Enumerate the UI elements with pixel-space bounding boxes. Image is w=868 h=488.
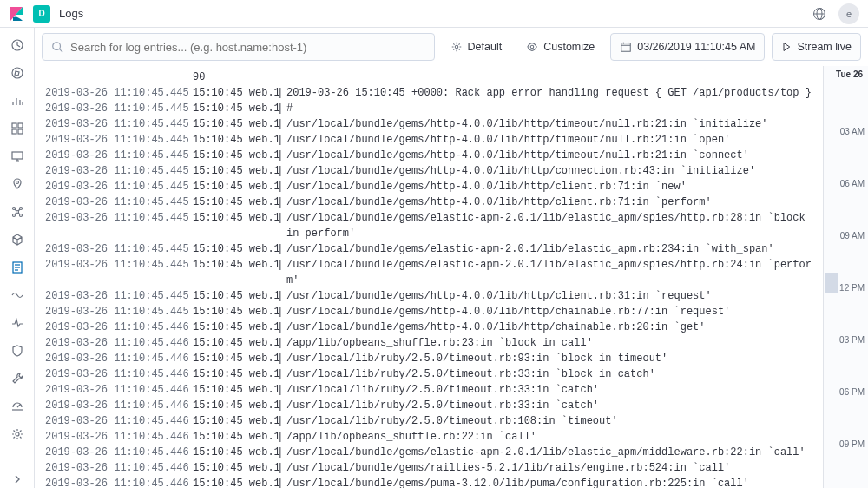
svg-rect-25 bbox=[621, 43, 631, 52]
log-message: /app/lib/opbeans_shuffle.rb:22:in `call' bbox=[286, 429, 812, 445]
log-timestamp: 2019-03-26 11:10:45.446 bbox=[45, 413, 193, 429]
log-message: /app/lib/opbeans_shuffle.rb:23:in `block… bbox=[286, 335, 812, 351]
avatar[interactable]: e bbox=[838, 3, 859, 24]
newsfeed-icon[interactable] bbox=[809, 3, 830, 24]
log-row[interactable]: 2019-03-26 11:10:45.44615:10:45 web.1 | … bbox=[45, 445, 812, 460]
log-message: /usr/local/bundle/gems/elastic-apm-2.0.1… bbox=[286, 210, 812, 241]
log-row[interactable]: 2019-03-26 11:10:45.44615:10:45 web.1 | … bbox=[45, 366, 812, 382]
log-row[interactable]: 2019-03-26 11:10:45.44615:10:45 web.1 | … bbox=[45, 335, 812, 351]
log-message: /usr/local/bundle/gems/elastic-apm-2.0.1… bbox=[286, 445, 812, 460]
minimap-day-label: Tue 26 bbox=[836, 69, 863, 79]
log-message: /usr/local/bundle/gems/elastic-apm-2.0.1… bbox=[286, 257, 812, 288]
log-pipe: | bbox=[271, 351, 286, 366]
log-row[interactable]: 2019-03-26 11:10:45.44615:10:45 web.1 | … bbox=[45, 351, 812, 366]
log-row[interactable]: 2019-03-26 11:10:45.44515:10:45 web.1 | … bbox=[45, 116, 812, 132]
nav-management-icon[interactable] bbox=[9, 425, 26, 443]
kibana-logo-icon[interactable] bbox=[9, 6, 24, 22]
log-timestamp: 2019-03-26 11:10:45.446 bbox=[45, 382, 193, 398]
log-source: 15:10:45 web.1 bbox=[193, 210, 271, 241]
datetime-picker[interactable]: 03/26/2019 11:10:45 AM bbox=[610, 33, 765, 61]
nav-recent-icon[interactable] bbox=[9, 36, 26, 54]
log-area[interactable]: 902019-03-26 11:10:45.44515:10:45 web.1 … bbox=[35, 66, 823, 488]
log-row[interactable]: 2019-03-26 11:10:45.44515:10:45 web.1 | … bbox=[45, 132, 812, 148]
log-message: /usr/local/bundle/gems/http-4.0.0/lib/ht… bbox=[286, 195, 812, 210]
nav-dashboard-icon[interactable] bbox=[9, 120, 26, 137]
stream-live-button[interactable]: Stream live bbox=[772, 33, 861, 61]
nav-ml-icon[interactable] bbox=[9, 203, 26, 221]
nav-monitoring-icon[interactable] bbox=[9, 398, 26, 415]
log-timestamp: 2019-03-26 11:10:45.446 bbox=[45, 320, 193, 335]
log-timestamp: 2019-03-26 11:10:45.445 bbox=[45, 116, 193, 132]
log-pipe: | bbox=[271, 382, 286, 398]
log-row[interactable]: 2019-03-26 11:10:45.44515:10:45 web.1 | … bbox=[45, 304, 812, 320]
log-message: /usr/local/bundle/gems/http-4.0.0/lib/ht… bbox=[286, 116, 812, 132]
space-badge[interactable]: D bbox=[33, 5, 50, 23]
customize-button[interactable]: Customize bbox=[517, 33, 603, 61]
log-row[interactable]: 2019-03-26 11:10:45.44515:10:45 web.1 | … bbox=[45, 85, 812, 101]
nav-collapse-icon[interactable] bbox=[9, 471, 26, 488]
toolbar: Default Customize 03/26/2019 11:10:45 AM… bbox=[35, 28, 868, 66]
log-source: 15:10:45 web.1 bbox=[193, 241, 271, 257]
log-row[interactable]: 2019-03-26 11:10:45.44615:10:45 web.1 | … bbox=[45, 320, 812, 335]
search-input-wrapper[interactable] bbox=[42, 33, 435, 61]
log-pipe: | bbox=[271, 132, 286, 148]
log-row[interactable]: 2019-03-26 11:10:45.44515:10:45 web.1 | … bbox=[45, 148, 812, 163]
minimap-tick: 06 PM bbox=[839, 387, 865, 397]
nav-discover-icon[interactable] bbox=[9, 64, 26, 82]
log-message: /usr/local/bundle/gems/puma-3.12.0/lib/p… bbox=[286, 476, 812, 488]
log-pipe: | bbox=[271, 288, 286, 304]
log-source: 15:10:45 web.1 bbox=[193, 101, 271, 116]
nav-devtools-icon[interactable] bbox=[9, 370, 26, 387]
log-row[interactable]: 2019-03-26 11:10:45.44515:10:45 web.1 | … bbox=[45, 195, 812, 210]
nav-maps-icon[interactable] bbox=[9, 175, 26, 193]
log-row[interactable]: 2019-03-26 11:10:45.44515:10:45 web.1 | … bbox=[45, 257, 812, 288]
nav-logs-icon[interactable] bbox=[9, 259, 26, 276]
nav-infra-icon[interactable] bbox=[9, 231, 26, 248]
nav-canvas-icon[interactable] bbox=[9, 148, 26, 165]
log-timestamp: 2019-03-26 11:10:45.445 bbox=[45, 179, 193, 195]
minimap[interactable]: Tue 26 03 AM 06 AM 09 AM 12 PM 03 PM 06 … bbox=[823, 66, 868, 488]
log-source: 15:10:45 web.1 bbox=[193, 460, 271, 476]
breadcrumb[interactable]: Logs bbox=[59, 7, 83, 20]
default-button[interactable]: Default bbox=[442, 33, 511, 61]
log-pipe: | bbox=[271, 163, 286, 179]
log-row[interactable]: 2019-03-26 11:10:45.44615:10:45 web.1 | … bbox=[45, 429, 812, 445]
log-timestamp: 2019-03-26 11:10:45.445 bbox=[45, 163, 193, 179]
log-source: 15:10:45 web.1 bbox=[193, 476, 271, 488]
log-message: 2019-03-26 15:10:45 +0000: Rack app erro… bbox=[286, 85, 812, 101]
log-row[interactable]: 2019-03-26 11:10:45.44515:10:45 web.1 | … bbox=[45, 210, 812, 241]
svg-point-20 bbox=[16, 432, 19, 436]
log-row[interactable]: 2019-03-26 11:10:45.44515:10:45 web.1 | … bbox=[45, 288, 812, 304]
log-message: /usr/local/bundle/gems/elastic-apm-2.0.1… bbox=[286, 241, 812, 257]
minimap-tick: 03 PM bbox=[839, 335, 865, 345]
log-timestamp: 2019-03-26 11:10:45.445 bbox=[45, 288, 193, 304]
search-input[interactable] bbox=[70, 41, 425, 54]
log-row[interactable]: 2019-03-26 11:10:45.44615:10:45 web.1 | … bbox=[45, 398, 812, 413]
stream-label: Stream live bbox=[797, 41, 852, 53]
log-row[interactable]: 2019-03-26 11:10:45.44615:10:45 web.1 | … bbox=[45, 460, 812, 476]
log-pipe: | bbox=[271, 398, 286, 413]
log-row[interactable]: 2019-03-26 11:10:45.44615:10:45 web.1 | … bbox=[45, 476, 812, 488]
log-row[interactable]: 2019-03-26 11:10:45.44515:10:45 web.1 | … bbox=[45, 101, 812, 116]
nav-visualize-icon[interactable] bbox=[9, 92, 26, 109]
search-icon bbox=[51, 41, 63, 53]
minimap-tick: 12 PM bbox=[839, 283, 865, 293]
log-row[interactable]: 2019-03-26 11:10:45.44515:10:45 web.1 | … bbox=[45, 179, 812, 195]
default-label: Default bbox=[468, 41, 503, 53]
log-message: /usr/local/lib/ruby/2.5.0/timeout.rb:93:… bbox=[286, 351, 812, 366]
svg-rect-7 bbox=[18, 129, 23, 134]
nav-siem-icon[interactable] bbox=[9, 342, 26, 359]
nav-apm-icon[interactable] bbox=[9, 287, 26, 304]
log-pipe: | bbox=[271, 116, 286, 132]
log-row[interactable]: 2019-03-26 11:10:45.44515:10:45 web.1 | … bbox=[45, 163, 812, 179]
log-row[interactable]: 2019-03-26 11:10:45.44615:10:45 web.1 | … bbox=[45, 382, 812, 398]
log-row[interactable]: 2019-03-26 11:10:45.44515:10:45 web.1 | … bbox=[45, 241, 812, 257]
log-message: /usr/local/bundle/gems/http-4.0.0/lib/ht… bbox=[286, 288, 812, 304]
log-pipe: | bbox=[271, 304, 286, 320]
nav-uptime-icon[interactable] bbox=[9, 314, 26, 332]
log-timestamp: 2019-03-26 11:10:45.446 bbox=[45, 460, 193, 476]
log-source: 15:10:45 web.1 bbox=[193, 445, 271, 460]
log-row[interactable]: 2019-03-26 11:10:45.44615:10:45 web.1 | … bbox=[45, 413, 812, 429]
calendar-icon bbox=[620, 41, 632, 53]
svg-rect-4 bbox=[12, 123, 16, 128]
